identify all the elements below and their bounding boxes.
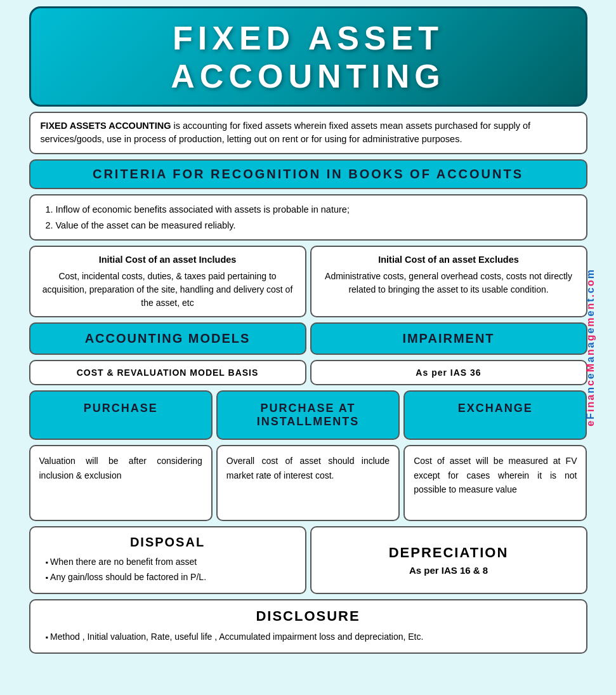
purchase-headers-row: PURCHASE PURCHASE AT INSTALLMENTS EXCHAN…: [29, 390, 587, 440]
purchase-detail: Valuation will be after considering incl…: [29, 445, 213, 521]
page-title: FIXED ASSET ACCOUNTING: [44, 20, 573, 96]
disclosure-item-1: Method , Initial valuation, Rate, useful…: [46, 630, 576, 645]
disposal-title: DISPOSAL: [41, 535, 295, 550]
depreciation-sub: As per IAS 16 & 8: [322, 565, 576, 576]
purchase-details-row: Valuation will be after considering incl…: [29, 445, 587, 521]
criteria-header: CRITERIA FOR RECOGNITION IN BOOKS OF ACC…: [29, 159, 587, 189]
excludes-title: Initial Cost of an asset Excludes: [320, 253, 577, 267]
includes-box: Initial Cost of an asset Includes Cost, …: [29, 246, 306, 317]
disposal-box: DISPOSAL When there are no benefit from …: [29, 526, 306, 594]
model-sub-row: COST & REVALUATION MODEL BASIS As per IA…: [29, 360, 587, 385]
main-container: FIXED ASSET ACCOUNTING FIXED ASSETS ACCO…: [29, 0, 587, 666]
definition-bold: FIXED ASSETS ACCOUNTING: [41, 121, 171, 131]
includes-excludes-row: Initial Cost of an asset Includes Cost, …: [29, 246, 587, 317]
excludes-text: Administrative costs, general overhead c…: [320, 270, 577, 296]
disclosure-box: DISCLOSURE Method , Initial valuation, R…: [29, 599, 587, 654]
disposal-item-2: Any gain/loss should be factored in P/L.: [46, 570, 295, 585]
title-box: FIXED ASSET ACCOUNTING: [29, 6, 587, 107]
disclosure-title: DISCLOSURE: [41, 608, 576, 625]
definition-box: FIXED ASSETS ACCOUNTING is accounting fo…: [29, 112, 587, 155]
models-impairment-row: ACCOUNTING MODELS IMPAIRMENT: [29, 322, 587, 355]
impairment-sub: As per IAS 36: [310, 360, 587, 385]
purchase-header: PURCHASE: [29, 390, 213, 440]
exchange-detail: Cost of asset will be measured at FV exc…: [403, 445, 587, 521]
criteria-box: Inflow of economic benefits associated w…: [29, 194, 587, 241]
disposal-item-1: When there are no benefit from asset: [46, 555, 295, 570]
accounting-models-sub: COST & REVALUATION MODEL BASIS: [29, 360, 306, 385]
exchange-header: EXCHANGE: [403, 390, 587, 440]
disposal-depreciation-row: DISPOSAL When there are no benefit from …: [29, 526, 587, 594]
criteria-item-1: Inflow of economic benefits associated w…: [56, 202, 576, 218]
depreciation-box: DEPRECIATION As per IAS 16 & 8: [310, 526, 587, 594]
purchase-installments-detail: Overall cost of asset should include mar…: [216, 445, 400, 521]
accounting-models-label: ACCOUNTING MODELS: [38, 331, 298, 346]
purchase-installments-header: PURCHASE AT INSTALLMENTS: [216, 390, 400, 440]
depreciation-title: DEPRECIATION: [322, 545, 576, 561]
impairment-label: IMPAIRMENT: [319, 331, 579, 346]
accounting-models-header: ACCOUNTING MODELS: [29, 322, 306, 355]
includes-title: Initial Cost of an asset Includes: [39, 253, 296, 267]
excludes-box: Initial Cost of an asset Excludes Admini…: [310, 246, 587, 317]
includes-text: Cost, incidental costs, duties, & taxes …: [39, 270, 296, 310]
impairment-header: IMPAIRMENT: [310, 322, 587, 355]
criteria-item-2: Value of the asset can be measured relia…: [56, 218, 576, 234]
